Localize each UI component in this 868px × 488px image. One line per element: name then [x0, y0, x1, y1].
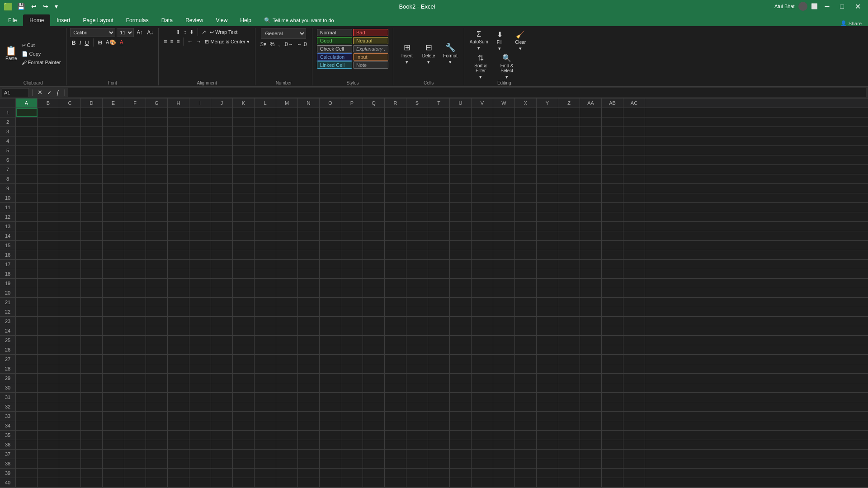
- cell-I13[interactable]: [189, 222, 211, 231]
- cell-AC27[interactable]: [623, 355, 645, 364]
- cell-S31[interactable]: [406, 393, 428, 402]
- cell-I28[interactable]: [189, 364, 211, 373]
- cell-D18[interactable]: [81, 269, 103, 278]
- cell-AB27[interactable]: [602, 355, 623, 364]
- cell-V9[interactable]: [472, 184, 493, 193]
- cell-O8[interactable]: [320, 174, 341, 183]
- cell-U16[interactable]: [450, 250, 472, 259]
- cell-O23[interactable]: [320, 317, 341, 326]
- cell-N35[interactable]: [298, 431, 320, 440]
- cell-AC7[interactable]: [623, 165, 645, 174]
- cell-H21[interactable]: [168, 298, 189, 307]
- cell-J33[interactable]: [211, 412, 233, 421]
- cell-Z36[interactable]: [558, 440, 580, 449]
- cell-Y4[interactable]: [537, 136, 558, 145]
- cell-O5[interactable]: [320, 146, 341, 155]
- cell-P14[interactable]: [341, 231, 363, 240]
- cell-P31[interactable]: [341, 393, 363, 402]
- col-header-N[interactable]: N: [298, 99, 320, 108]
- cell-Y14[interactable]: [537, 231, 558, 240]
- cell-M10[interactable]: [276, 193, 298, 202]
- cell-AA33[interactable]: [580, 412, 602, 421]
- cell-J1[interactable]: [211, 108, 233, 117]
- cell-H22[interactable]: [168, 307, 189, 316]
- cell-X8[interactable]: [515, 174, 537, 183]
- cell-R19[interactable]: [385, 279, 406, 288]
- cell-I4[interactable]: [189, 136, 211, 145]
- cell-F36[interactable]: [124, 440, 146, 449]
- cell-K5[interactable]: [233, 146, 255, 155]
- cell-F29[interactable]: [124, 374, 146, 383]
- cell-O6[interactable]: [320, 155, 341, 164]
- cell-B21[interactable]: [38, 298, 59, 307]
- cell-AC32[interactable]: [623, 402, 645, 411]
- cell-Q10[interactable]: [363, 193, 385, 202]
- cell-D16[interactable]: [81, 250, 103, 259]
- cell-L19[interactable]: [255, 279, 276, 288]
- cell-AB30[interactable]: [602, 383, 623, 392]
- cell-AB39[interactable]: [602, 469, 623, 478]
- cell-A23[interactable]: [16, 317, 38, 326]
- style-check-cell[interactable]: Check Cell: [317, 45, 352, 52]
- cell-I15[interactable]: [189, 241, 211, 250]
- cell-C28[interactable]: [59, 364, 81, 373]
- cell-F18[interactable]: [124, 269, 146, 278]
- cell-J16[interactable]: [211, 250, 233, 259]
- cell-A22[interactable]: [16, 307, 38, 316]
- cell-Z37[interactable]: [558, 450, 580, 459]
- cell-T27[interactable]: [428, 355, 450, 364]
- cell-W35[interactable]: [493, 431, 515, 440]
- cell-Q36[interactable]: [363, 440, 385, 449]
- cell-K28[interactable]: [233, 364, 255, 373]
- cell-AC33[interactable]: [623, 412, 645, 421]
- cell-A38[interactable]: [16, 459, 38, 468]
- cell-B33[interactable]: [38, 412, 59, 421]
- cell-AA2[interactable]: [580, 117, 602, 127]
- cell-C2[interactable]: [59, 117, 81, 127]
- cell-M31[interactable]: [276, 393, 298, 402]
- cell-AB36[interactable]: [602, 440, 623, 449]
- cell-AA21[interactable]: [580, 298, 602, 307]
- cell-K12[interactable]: [233, 212, 255, 221]
- cell-S35[interactable]: [406, 431, 428, 440]
- cell-B5[interactable]: [38, 146, 59, 155]
- ribbon-display-btn[interactable]: ⬜: [811, 3, 818, 9]
- cell-C8[interactable]: [59, 174, 81, 183]
- cell-Z17[interactable]: [558, 260, 580, 269]
- cell-X16[interactable]: [515, 250, 537, 259]
- cell-B23[interactable]: [38, 317, 59, 326]
- cell-R25[interactable]: [385, 336, 406, 345]
- col-header-S[interactable]: S: [406, 99, 428, 108]
- cell-F33[interactable]: [124, 412, 146, 421]
- col-header-G[interactable]: G: [146, 99, 168, 108]
- cell-S10[interactable]: [406, 193, 428, 202]
- cell-M11[interactable]: [276, 203, 298, 212]
- cell-F15[interactable]: [124, 241, 146, 250]
- cell-V31[interactable]: [472, 393, 493, 402]
- cell-Q8[interactable]: [363, 174, 385, 183]
- cell-AA6[interactable]: [580, 155, 602, 164]
- cell-Y24[interactable]: [537, 326, 558, 335]
- cell-G35[interactable]: [146, 431, 168, 440]
- cell-Y12[interactable]: [537, 212, 558, 221]
- grid-container[interactable]: 1234567891011121314151617181920212223242…: [0, 108, 868, 488]
- cell-N32[interactable]: [298, 402, 320, 411]
- cell-E37[interactable]: [103, 450, 124, 459]
- cell-O13[interactable]: [320, 222, 341, 231]
- align-middle-btn[interactable]: ↕: [182, 28, 188, 36]
- cell-N39[interactable]: [298, 469, 320, 478]
- cell-J15[interactable]: [211, 241, 233, 250]
- cell-Q11[interactable]: [363, 203, 385, 212]
- cell-O7[interactable]: [320, 165, 341, 174]
- cell-O10[interactable]: [320, 193, 341, 202]
- cell-J22[interactable]: [211, 307, 233, 316]
- cell-T14[interactable]: [428, 231, 450, 240]
- cell-AC30[interactable]: [623, 383, 645, 392]
- cell-W28[interactable]: [493, 364, 515, 373]
- align-left-btn[interactable]: ≡: [162, 38, 168, 46]
- cell-K40[interactable]: [233, 478, 255, 487]
- cell-Z35[interactable]: [558, 431, 580, 440]
- tab-review[interactable]: Review: [179, 14, 209, 26]
- cell-AB20[interactable]: [602, 288, 623, 297]
- cell-R30[interactable]: [385, 383, 406, 392]
